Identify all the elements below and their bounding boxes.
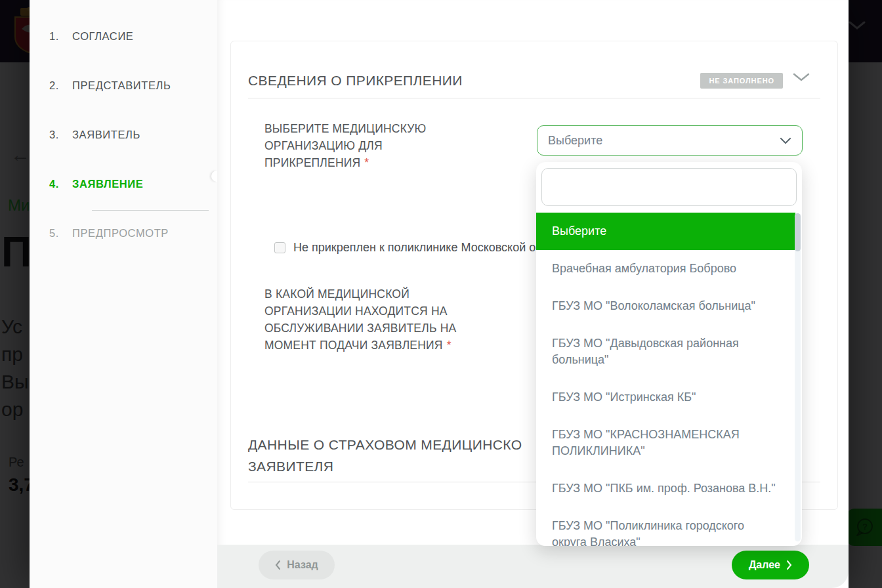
step-item[interactable]: 4.ЗАЯВЛЕНИЕ <box>49 178 217 191</box>
dropdown-search-input[interactable] <box>541 168 797 206</box>
section-title: СВЕДЕНИЯ О ПРИКРЕПЛЕНИИ <box>248 73 463 89</box>
wizard-sidebar: 1.СОГЛАСИЕ 2.ПРЕДСТАВИТЕЛЬ 3.ЗАЯВИТЕЛЬ 4… <box>30 0 217 588</box>
dropdown-option[interactable]: ГБУЗ МО "Давыдовская районная больница" <box>536 325 795 379</box>
insurance-title-line1: ДАННЫЕ О СТРАХОВОМ МЕДИЦИНСКО <box>248 434 522 455</box>
org-select-label-text: ВЫБЕРИТЕ МЕДИЦИНСКУЮ ОРГАНИЗАЦИЮ ДЛЯ ПРИ… <box>264 122 426 169</box>
dropdown-option-label: Выберите <box>552 224 606 238</box>
dropdown-options: ВыберитеВрачебная амбулатория БобровоГБУ… <box>536 213 802 546</box>
page: ← Ми П УспрВыор Ре 3,7 ? <box>0 0 882 588</box>
chevron-left-icon <box>275 560 281 570</box>
dropdown-option[interactable]: ГБУЗ МО "КРАСНОЗНАМЕНСКАЯ ПОЛИКЛИНИКА" <box>536 416 795 470</box>
dropdown-option-label: ГБУЗ МО "Истринская КБ" <box>552 390 696 404</box>
checkbox-label: Не прикреплен к поликлинике Московской о… <box>293 241 574 255</box>
scrollbar-thumb[interactable] <box>795 213 801 251</box>
next-button-label: Далее <box>749 559 780 571</box>
dropdown-option[interactable]: ГБУЗ МО "Истринская КБ" <box>536 379 795 416</box>
org-select-value: Выберите <box>548 134 780 148</box>
required-asterisk: * <box>447 339 452 352</box>
not-attached-checkbox[interactable] <box>274 242 285 253</box>
insurance-section-title: ДАННЫЕ О СТРАХОВОМ МЕДИЦИНСКО ЗАЯВИТЕЛЯ <box>248 434 522 477</box>
dropdown-option-label: ГБУЗ МО "КРАСНОЗНАМЕНСКАЯ ПОЛИКЛИНИКА" <box>552 428 740 457</box>
step-label: ПРЕДСТАВИТЕЛЬ <box>72 79 171 91</box>
step-number: 4. <box>49 178 72 190</box>
dropdown-option[interactable]: ГБУЗ МО "ПКБ им. проф. Розанова В.Н." <box>536 470 795 507</box>
dropdown-option-label: ГБУЗ МО "Поликлиника городского округа В… <box>552 519 744 546</box>
footer-bar: Назад Далее <box>217 545 849 588</box>
org-select[interactable]: Выберите <box>537 125 803 156</box>
current-org-label-text: В КАКОЙ МЕДИЦИНСКОЙ ОРГАНИЗАЦИИ НАХОДИТС… <box>264 287 456 352</box>
org-dropdown-panel: ВыберитеВрачебная амбулатория БобровоГБУ… <box>536 162 802 546</box>
step-label: СОГЛАСИЕ <box>72 30 133 42</box>
back-button-label: Назад <box>287 559 318 571</box>
dropdown-option-label: ГБУЗ МО "Давыдовская районная больница" <box>552 337 739 366</box>
back-button[interactable]: Назад <box>259 551 335 579</box>
dropdown-option[interactable]: ГБУЗ МО "Волоколамская больница" <box>536 287 795 325</box>
next-button[interactable]: Далее <box>732 551 809 579</box>
dropdown-option[interactable]: Выберите <box>536 213 795 250</box>
section-chevron-icon[interactable] <box>793 73 810 82</box>
step-label: ЗАЯВЛЕНИЕ <box>72 178 143 190</box>
required-asterisk: * <box>364 156 369 169</box>
dropdown-option-label: Врачебная амбулатория Боброво <box>552 262 736 275</box>
insurance-title-line2: ЗАЯВИТЕЛЯ <box>248 455 522 477</box>
dropdown-scrollbar <box>795 213 801 541</box>
dropdown-option[interactable]: Врачебная амбулатория Боброво <box>536 250 795 287</box>
status-badge: НЕ ЗАПОЛНЕНО <box>700 73 783 89</box>
step-label: ПРЕДПРОСМОТР <box>72 227 169 239</box>
section-divider <box>248 98 820 98</box>
dropdown-option-label: ГБУЗ МО "Волоколамская больница" <box>552 299 755 312</box>
chevron-right-icon <box>786 560 792 570</box>
step-item[interactable]: 2.ПРЕДСТАВИТЕЛЬ <box>49 79 217 93</box>
step-label: ЗАЯВИТЕЛЬ <box>72 129 140 140</box>
step-item[interactable]: 1.СОГЛАСИЕ <box>49 30 217 43</box>
not-attached-checkbox-row[interactable]: Не прикреплен к поликлинике Московской о… <box>274 241 574 255</box>
step-number: 1. <box>49 30 72 43</box>
step-number: 3. <box>49 129 72 141</box>
step-item[interactable]: 5.ПРЕДПРОСМОТР <box>49 227 217 240</box>
current-org-label: В КАКОЙ МЕДИЦИНСКОЙ ОРГАНИЗАЦИИ НАХОДИТС… <box>264 285 494 354</box>
step-item[interactable]: 3.ЗАЯВИТЕЛЬ <box>49 129 217 142</box>
step-number: 5. <box>49 227 72 240</box>
chevron-down-icon <box>780 137 791 144</box>
org-select-label: ВЫБЕРИТЕ МЕДИЦИНСКУЮ ОРГАНИЗАЦИЮ ДЛЯ ПРИ… <box>264 120 488 171</box>
step-number: 2. <box>49 79 72 92</box>
dropdown-option-label: ГБУЗ МО "ПКБ им. проф. Розанова В.Н." <box>552 482 776 495</box>
dropdown-option[interactable]: ГБУЗ МО "Поликлиника городского округа В… <box>536 507 795 546</box>
